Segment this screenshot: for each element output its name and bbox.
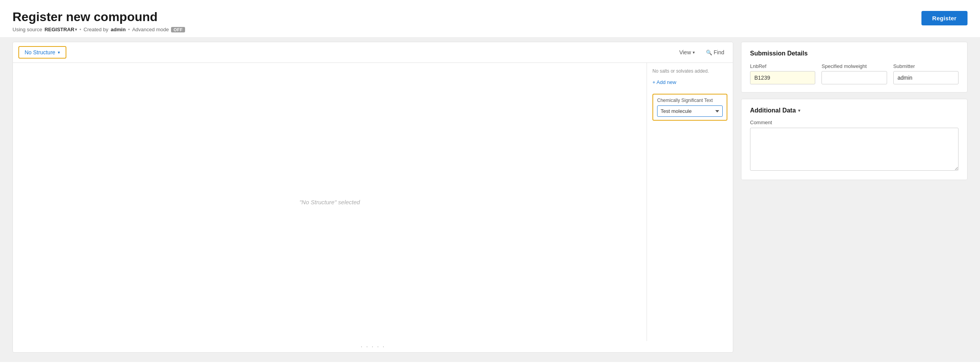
additional-data-title: Additional Data	[750, 107, 796, 114]
created-by-user: admin	[111, 27, 126, 32]
lnbref-label: LnbRef	[750, 63, 815, 69]
separator-2: •	[128, 27, 130, 32]
salts-info: No salts or solvates added.	[652, 68, 727, 74]
right-panel: Submission Details LnbRef Specified molw…	[741, 42, 968, 353]
chemically-significant-section: Chemically Significant Text Test molecul…	[652, 94, 727, 121]
using-source-label: Using source	[12, 27, 42, 32]
structure-area: "No Structure" selected	[13, 63, 647, 341]
add-new-link[interactable]: + Add new	[652, 79, 727, 85]
main-content: No Structure ▾ View ▾ 🔍 Find	[0, 37, 980, 362]
submitter-field: Submitter	[893, 63, 959, 84]
page-wrapper: Register new compound Using source REGIS…	[0, 0, 980, 364]
molweight-input[interactable]	[821, 71, 887, 84]
left-panel-toolbar: No Structure ▾ View ▾ 🔍 Find	[13, 42, 733, 63]
view-button[interactable]: View ▾	[676, 48, 698, 57]
find-button[interactable]: 🔍 Find	[703, 48, 727, 57]
additional-data-header[interactable]: Additional Data ▾	[750, 107, 959, 114]
created-by-label: Created by	[84, 27, 109, 32]
chem-sig-select[interactable]: Test molecule	[657, 105, 723, 117]
chevron-down-icon: ▾	[58, 50, 60, 55]
comment-label: Comment	[750, 120, 959, 125]
submitter-input[interactable]	[893, 71, 959, 84]
separator-1: •	[79, 27, 81, 32]
no-structure-label: No Structure	[25, 49, 55, 55]
chem-sig-label: Chemically Significant Text	[657, 98, 723, 103]
no-structure-button[interactable]: No Structure ▾	[18, 46, 66, 59]
lnbref-field: LnbRef	[750, 63, 815, 84]
header: Register new compound Using source REGIS…	[0, 0, 980, 37]
comment-field: Comment	[750, 120, 959, 172]
header-actions: Register	[921, 9, 968, 25]
toggle-state: OFF	[171, 27, 185, 32]
left-panel: No Structure ▾ View ▾ 🔍 Find	[12, 42, 733, 353]
view-label: View	[679, 49, 691, 55]
search-icon: 🔍	[706, 50, 712, 55]
no-structure-placeholder: "No Structure" selected	[299, 199, 360, 205]
comment-textarea[interactable]	[750, 128, 959, 171]
submitter-label: Submitter	[893, 63, 959, 69]
lnbref-input[interactable]	[750, 71, 815, 84]
register-button[interactable]: Register	[921, 11, 968, 25]
header-meta: Using source REGISTRAR ▾ • Created by ad…	[12, 27, 185, 32]
left-panel-body: "No Structure" selected No salts or solv…	[13, 63, 733, 341]
advanced-mode-label: Advanced mode	[132, 27, 169, 32]
chevron-down-icon: ▾	[75, 27, 77, 32]
find-label: Find	[714, 49, 724, 55]
molweight-field: Specified molweight	[821, 63, 887, 84]
submission-details-card: Submission Details LnbRef Specified molw…	[741, 42, 968, 93]
right-side-panel: No salts or solvates added. + Add new Ch…	[647, 63, 733, 341]
source-name: REGISTRAR	[45, 27, 75, 32]
additional-data-card: Additional Data ▾ Comment	[741, 99, 968, 180]
submission-details-title: Submission Details	[750, 50, 959, 57]
source-dropdown-button[interactable]: REGISTRAR ▾	[45, 27, 77, 32]
chevron-down-icon: ▾	[693, 50, 695, 55]
bottom-handle: · · · · ·	[13, 341, 733, 352]
header-left: Register new compound Using source REGIS…	[12, 9, 185, 32]
toolbar-right: View ▾ 🔍 Find	[676, 48, 727, 57]
advanced-mode-toggle[interactable]: OFF	[171, 27, 185, 32]
submission-form-row: LnbRef Specified molweight Submitter	[750, 63, 959, 84]
page-title: Register new compound	[12, 9, 185, 24]
molweight-label: Specified molweight	[821, 63, 887, 69]
chevron-down-icon: ▾	[798, 108, 800, 113]
